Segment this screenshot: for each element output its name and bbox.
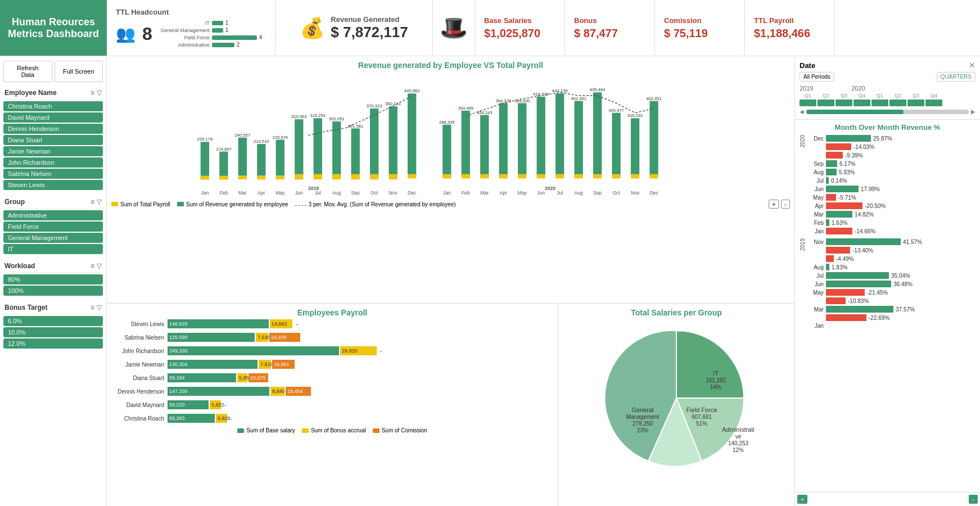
svg-text:2019: 2019	[308, 186, 319, 191]
quarter-bar[interactable]	[871, 100, 888, 106]
svg-text:174,857: 174,857	[216, 147, 232, 152]
svg-text:370,323: 370,323	[367, 103, 382, 109]
svg-text:Mar: Mar	[238, 190, 247, 196]
svg-text:Field Force: Field Force	[686, 406, 717, 413]
mom-row: Dec 25.87%	[807, 135, 976, 142]
refresh-button[interactable]: Refresh Data	[3, 61, 52, 82]
group-item[interactable]: Administrative	[3, 210, 103, 220]
svg-rect-93	[649, 101, 658, 176]
group-sort-icon[interactable]: ≡	[91, 198, 94, 206]
workload-item[interactable]: 100%	[3, 286, 103, 296]
employee-item[interactable]: Jamie Newman	[3, 146, 103, 156]
expand-button[interactable]: +	[769, 200, 779, 209]
mom-row: Sep 6.17%	[807, 160, 976, 167]
svg-text:354,469: 354,469	[458, 106, 473, 111]
date-filter-close-icon[interactable]: ✕	[969, 61, 976, 70]
bonus-sort-icon[interactable]: ≡	[91, 304, 94, 311]
bonus-card: Bonus $ 87,477	[565, 0, 655, 56]
quarters-button[interactable]: QUARTERS	[937, 72, 976, 82]
salary-icon: 🎩	[440, 15, 468, 41]
scroll-left-icon[interactable]: ◀	[800, 109, 804, 115]
svg-text:12%: 12%	[733, 447, 744, 453]
fullscreen-button[interactable]: Full Screen	[55, 61, 103, 82]
right-expand-button[interactable]: +	[797, 495, 807, 504]
svg-rect-9	[238, 176, 247, 180]
quarter-bar[interactable]	[889, 100, 906, 106]
group-item[interactable]: General Management	[3, 233, 103, 243]
workload-filter-title: Workload	[4, 262, 35, 270]
revenue-chart-svg: 226,178 Jan 174,857 Feb 240,557 Mar	[111, 72, 790, 196]
svg-rect-62	[499, 174, 508, 179]
svg-text:Jun: Jun	[537, 190, 545, 196]
employee-item[interactable]: Christina Roach	[3, 101, 103, 111]
mom-row: May -5.71%	[807, 194, 976, 201]
commission-value: $ 75,119	[664, 27, 735, 40]
bonus-value: $ 87,477	[574, 27, 645, 40]
right-collapse-button[interactable]: -	[969, 495, 978, 504]
svg-rect-4	[219, 152, 228, 180]
group-item[interactable]: Field Force	[3, 222, 103, 232]
headcount-card: TTL Headcount 👥 8 IT1 General Management…	[107, 0, 276, 56]
bonus-filter-section: Bonus Target ≡ ▽ 6.0% 10.0% 12.0%	[0, 299, 106, 352]
mom-row: Jun 17.99%	[807, 186, 976, 192]
group-item[interactable]: IT	[3, 244, 103, 254]
svg-rect-17	[276, 176, 284, 180]
employee-item[interactable]: Steven Lewis	[3, 180, 103, 190]
mom-row: May -21.45%	[807, 289, 976, 296]
scroll-thumb[interactable]	[806, 110, 969, 114]
base-salary-card: Base Salaries $1,025,870	[475, 0, 565, 56]
bonus-item[interactable]: 12.0%	[3, 338, 103, 349]
svg-text:Nov: Nov	[389, 190, 398, 196]
payroll-chart-title: Employees Payroll	[111, 308, 553, 317]
svg-text:279,250: 279,250	[633, 421, 653, 427]
employee-item[interactable]: John Richardson	[3, 157, 103, 168]
base-salary-label: Base Salaries	[484, 16, 556, 25]
group-filter-icon[interactable]: ▽	[97, 198, 102, 206]
svg-rect-54	[462, 174, 470, 179]
scroll-right-icon[interactable]: ▶	[971, 109, 976, 115]
headcount-icon: 👥	[116, 25, 136, 43]
all-periods-button[interactable]: All Periods	[800, 72, 834, 82]
employee-item[interactable]: Dennis Henderson	[3, 124, 103, 134]
bonus-item[interactable]: 6.0%	[3, 316, 103, 326]
employee-filter-icon[interactable]: ▽	[97, 89, 102, 97]
employee-item[interactable]: David Maynard	[3, 112, 103, 123]
payroll-row: Jamie Newman 130,304 7,818 16,851	[111, 360, 553, 369]
mom-chart: Month Over Month Revenue % 2020 Dec 25.8…	[795, 120, 980, 492]
ttl-payroll-card: TTL Payroll $1,188,466	[745, 0, 835, 56]
quarter-bar[interactable]	[836, 100, 852, 106]
svg-rect-44	[408, 93, 416, 175]
quarter-bar[interactable]	[800, 100, 816, 106]
bonus-filter-icon[interactable]: ▽	[97, 304, 102, 311]
svg-rect-13	[257, 176, 265, 180]
svg-text:288,335: 288,335	[439, 120, 455, 125]
collapse-button[interactable]: -	[781, 200, 790, 209]
svg-text:445,882: 445,882	[404, 88, 420, 93]
svg-rect-8	[238, 138, 247, 176]
payroll-row: John Richardson 249,330 29,920 -	[111, 346, 553, 355]
dashboard-title: Human Reources Metrics Dashboard	[0, 0, 107, 56]
svg-rect-57	[480, 115, 489, 176]
quarter-bar[interactable]	[818, 100, 834, 106]
bonus-list: 6.0% 10.0% 12.0%	[3, 316, 103, 349]
svg-text:Apr: Apr	[500, 190, 508, 196]
workload-item[interactable]: 80%	[3, 274, 103, 284]
workload-sort-icon[interactable]: ≡	[91, 262, 94, 270]
svg-text:Jan: Jan	[201, 190, 209, 196]
employee-sort-icon[interactable]: ≡	[91, 89, 94, 97]
svg-text:418,330: 418,330	[533, 92, 549, 97]
workload-filter-icon[interactable]: ▽	[97, 262, 102, 270]
employee-item[interactable]: Diana Stuart	[3, 135, 103, 145]
quarter-bar[interactable]	[907, 100, 924, 106]
mom-row: Apr -20.50%	[807, 202, 976, 209]
svg-rect-28	[332, 121, 341, 176]
employee-filter-section: Employee Name ≡ ▽ Christina Roach David …	[0, 84, 106, 193]
mom-row: -14.03%	[807, 143, 976, 150]
quarter-bar[interactable]	[925, 100, 942, 106]
svg-text:Sep: Sep	[593, 190, 602, 196]
employee-item[interactable]: Sabrina Nielsen	[3, 169, 103, 179]
revenue-icon: 💰	[300, 16, 325, 40]
bonus-item[interactable]: 10.0%	[3, 327, 103, 337]
quarter-bar[interactable]	[853, 100, 870, 106]
svg-text:Jan: Jan	[443, 190, 451, 196]
